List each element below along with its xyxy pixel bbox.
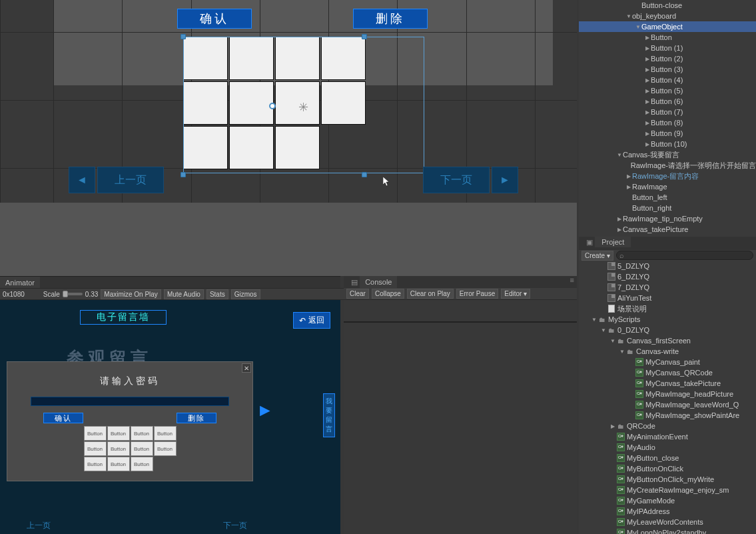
expand-icon[interactable]: ▶ xyxy=(644,131,651,137)
expand-icon[interactable]: ▼ xyxy=(625,13,632,19)
prev-page-nav[interactable]: ◄ 上一页 xyxy=(69,167,164,193)
project-item[interactable]: MyButtonOnClick_myWrite xyxy=(579,474,756,485)
project-item[interactable]: MyCanvas_takePicture xyxy=(579,378,756,389)
expand-icon[interactable]: ▶ xyxy=(616,227,623,233)
dialog-confirm-button[interactable]: 确认 xyxy=(43,413,83,423)
keyboard-key[interactable]: Button xyxy=(154,441,177,456)
hierarchy-item[interactable]: Button_left xyxy=(579,192,756,203)
console-body[interactable] xyxy=(344,300,577,534)
next-page-nav[interactable]: 下一页 ► xyxy=(423,167,518,193)
hierarchy-item[interactable]: ▶Button (9) xyxy=(579,128,756,139)
selection-handle-tl[interactable] xyxy=(181,34,186,39)
project-item[interactable]: MyAudio xyxy=(579,442,756,453)
search-input[interactable]: ⌕ xyxy=(616,251,753,260)
hierarchy-item[interactable]: ▶Button xyxy=(579,32,756,43)
hierarchy-panel[interactable]: Button-close▼obj_keyboard▼GameObject▶But… xyxy=(579,0,756,237)
expand-icon[interactable]: ▼ xyxy=(616,152,623,158)
hierarchy-item[interactable]: ▶Canvas_takePicture xyxy=(579,224,756,235)
confirm-button[interactable]: 确认 xyxy=(177,9,252,29)
error-pause-button[interactable]: Error Pause xyxy=(456,289,498,299)
project-item[interactable]: ▼🖿MyScripts xyxy=(579,314,756,325)
project-item[interactable]: MyButton_close xyxy=(579,453,756,463)
gizmos-button[interactable]: Gizmos xyxy=(231,289,260,299)
panel-menu-icon[interactable]: ≡ xyxy=(570,276,574,284)
project-item[interactable]: 7_DZLYQ xyxy=(579,282,756,293)
expand-icon[interactable]: ▶ xyxy=(644,99,651,105)
project-item[interactable]: MyAnimationEvent xyxy=(579,431,756,442)
collapse-button[interactable]: Collapse xyxy=(372,289,404,299)
hierarchy-item[interactable]: ▶Button (3) xyxy=(579,64,756,75)
project-item[interactable]: ▼🖿Canvas_firstScreen xyxy=(579,335,756,346)
selection-handle-tc[interactable] xyxy=(362,34,367,39)
hierarchy-item[interactable]: ▶RawImage_tip_noEmpty xyxy=(579,213,756,224)
hierarchy-item[interactable]: ▶Button (2) xyxy=(579,53,756,64)
project-item[interactable]: MyLongNoPlay2standby xyxy=(579,527,756,534)
scene-view[interactable]: 确认 删除 ✳ ◄ 上一页 下一页 ► xyxy=(0,0,577,203)
expand-icon[interactable]: ▶ xyxy=(644,35,651,41)
hierarchy-item[interactable]: ▶Button (8) xyxy=(579,117,756,128)
expand-icon[interactable]: ▶ xyxy=(616,216,623,222)
hierarchy-item[interactable]: ▶Button (5) xyxy=(579,85,756,96)
keyboard-key[interactable]: Button xyxy=(84,426,107,441)
project-item[interactable]: MyLeaveWordContents xyxy=(579,517,756,527)
delete-button[interactable]: 删除 xyxy=(353,9,428,29)
expand-icon[interactable]: ▼ xyxy=(591,317,597,323)
hierarchy-item[interactable]: ▶Button (4) xyxy=(579,75,756,85)
expand-icon[interactable]: ▶ xyxy=(644,77,651,83)
project-item[interactable]: MyCreateRawImage_enjoy_sm xyxy=(579,485,756,495)
game-view[interactable]: 电子留言墙 ↶ 返回 参观留言 ◄ ► 我要留言 ✕ 请输入密码 确认 删除 B… xyxy=(0,300,340,534)
expand-icon[interactable]: ▶ xyxy=(644,120,651,126)
keyboard-key[interactable]: Button xyxy=(131,441,153,456)
keyboard-key[interactable]: Button xyxy=(107,426,130,441)
project-item[interactable]: ▼🖿Canvas-write xyxy=(579,346,756,357)
hierarchy-item[interactable]: ▶Button (6) xyxy=(579,96,756,107)
keyboard-key[interactable]: Button xyxy=(84,441,107,456)
mute-audio-button[interactable]: Mute Audio xyxy=(164,289,204,299)
expand-icon[interactable]: ▶ xyxy=(644,88,651,94)
expand-icon[interactable]: ▶ xyxy=(644,109,651,115)
expand-icon[interactable]: ▶ xyxy=(644,67,651,73)
stats-button[interactable]: Stats xyxy=(206,289,228,299)
expand-icon[interactable]: ▶ xyxy=(625,173,632,179)
project-panel[interactable]: 5_DZLYQ6_DZLYQ7_DZLYQAliYunTest场景说明▼🖿MyS… xyxy=(579,261,756,534)
clear-button[interactable]: Clear xyxy=(346,289,369,299)
side-tab-write[interactable]: 我要留言 xyxy=(323,393,335,437)
expand-icon[interactable]: ▶ xyxy=(625,184,632,190)
game-prev-button[interactable]: 上一页 xyxy=(27,520,51,531)
expand-icon[interactable]: ▶ xyxy=(644,45,651,51)
project-item[interactable]: AliYunTest xyxy=(579,293,756,303)
editor-dropdown[interactable]: Editor ▾ xyxy=(501,289,530,299)
hierarchy-item[interactable]: ▼Canvas-我要留言 xyxy=(579,149,756,160)
expand-icon[interactable]: ▶ xyxy=(609,423,616,429)
game-next-button[interactable]: 下一页 xyxy=(223,520,247,531)
expand-icon[interactable]: ▼ xyxy=(600,327,607,333)
keyboard-key[interactable]: Button xyxy=(154,426,177,441)
hierarchy-item[interactable]: ▶Button (1) xyxy=(579,43,756,53)
project-item[interactable]: MyCanvas_paint xyxy=(579,357,756,367)
tab-animator[interactable]: Animator xyxy=(0,277,40,289)
password-input[interactable] xyxy=(31,397,229,406)
clear-on-play-button[interactable]: Clear on Play xyxy=(407,289,454,299)
expand-icon[interactable]: ▼ xyxy=(635,24,641,30)
hierarchy-item[interactable]: ▶RawImage xyxy=(579,181,756,192)
tab-project[interactable]: Project xyxy=(595,237,631,247)
project-item[interactable]: MyRawImage_leaveWord_Q xyxy=(579,399,756,410)
expand-icon[interactable]: ▶ xyxy=(644,141,651,147)
selection-handle-bc[interactable] xyxy=(362,172,367,177)
close-button[interactable]: ✕ xyxy=(242,363,251,373)
keyboard-key[interactable]: Button xyxy=(131,457,153,471)
project-item[interactable]: MyButtonOnClick xyxy=(579,463,756,474)
maximize-on-play-button[interactable]: Maximize On Play xyxy=(101,289,161,299)
hierarchy-item[interactable]: Button-close xyxy=(579,0,756,11)
project-item[interactable]: MyCanvas_QRCode xyxy=(579,367,756,378)
hierarchy-item[interactable]: ▶RawImage-留言内容 xyxy=(579,171,756,181)
hierarchy-item[interactable]: RawImage-请选择一张明信片开始留言 xyxy=(579,160,756,171)
back-button[interactable]: ↶ 返回 xyxy=(293,312,330,329)
expand-icon[interactable]: ▶ xyxy=(644,56,651,62)
dialog-delete-button[interactable]: 删除 xyxy=(177,413,216,423)
expand-icon[interactable]: ▼ xyxy=(609,338,616,344)
selection-handle-bl[interactable] xyxy=(181,172,186,177)
project-item[interactable]: 6_DZLYQ xyxy=(579,271,756,282)
pivot-icon[interactable] xyxy=(269,103,276,109)
keyboard-key[interactable]: Button xyxy=(131,426,153,441)
